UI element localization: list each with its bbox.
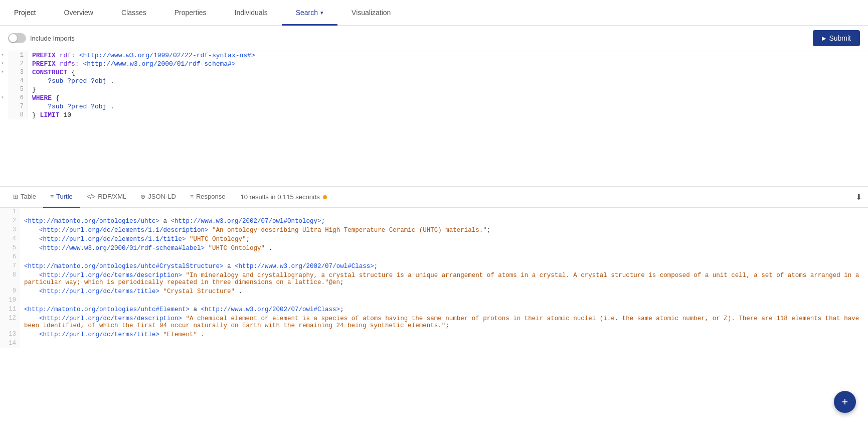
result-line-14: 14 <box>0 339 868 348</box>
nav-individuals[interactable]: Individuals <box>221 0 282 26</box>
code-line-4: 4 ?sub ?pred ?obj . <box>0 77 868 85</box>
result-line-3: 3 <http://purl.org/dc/elements/1.1/descr… <box>0 226 868 235</box>
code-lines: ▾ 1 PREFIX rdf: <http://www.w3.org/1999/… <box>0 51 868 119</box>
code-line-2: ▾ 2 PREFIX rdfs: <http://www.w3.org/2000… <box>0 60 868 68</box>
rdfxml-icon: </> <box>87 193 95 200</box>
nav-project[interactable]: Project <box>0 0 50 26</box>
result-lines: 1 2 <http://matonto.org/ontologies/uhtc>… <box>0 208 868 348</box>
nav-search[interactable]: Search ▾ <box>282 0 337 26</box>
result-line-13: 13 <http://purl.org/dc/terms/title> "Ele… <box>0 330 868 339</box>
turtle-icon: ≡ <box>50 193 54 200</box>
tab-rdfxml[interactable]: </> RDF/XML <box>80 187 133 208</box>
result-line-4: 4 <http://purl.org/dc/elements/1.1/title… <box>0 235 868 244</box>
table-icon: ⊞ <box>13 193 18 200</box>
tab-jsonld[interactable]: ⊕ JSON-LD <box>133 187 183 208</box>
result-line-6: 6 <box>0 253 868 262</box>
result-line-11: 11 <http://matonto.org/ontologies/uhtc#E… <box>0 305 868 314</box>
play-icon: ▶ <box>822 35 826 42</box>
toggle-knob <box>9 34 17 42</box>
result-line-2: 2 <http://matonto.org/ontologies/uhtc> a… <box>0 217 868 226</box>
expand-1[interactable]: ▾ <box>0 51 8 60</box>
response-icon: ≡ <box>190 193 194 200</box>
status-dot <box>323 195 327 199</box>
result-line-8: 8 <http://purl.org/dc/terms/description>… <box>0 271 868 287</box>
code-line-3: ▾ 3 CONSTRUCT { <box>0 68 868 77</box>
code-line-6: ▾ 6 WHERE { <box>0 94 868 102</box>
chevron-down-icon: ▾ <box>320 10 323 16</box>
result-line-9: 9 <http://purl.org/dc/terms/title> "Crys… <box>0 287 868 296</box>
code-line-8: 8 } LIMIT 10 <box>0 111 868 119</box>
tab-turtle[interactable]: ≡ Turtle <box>43 187 80 208</box>
include-imports-label: Include Imports <box>30 35 75 42</box>
result-line-7: 7 <http://matonto.org/ontologies/uhtc#Cr… <box>0 262 868 271</box>
nav-classes[interactable]: Classes <box>107 0 160 26</box>
results-info: 10 results in 0.115 seconds <box>240 193 326 201</box>
expand-3[interactable]: ▾ <box>0 68 8 77</box>
result-line-12: 12 <http://purl.org/dc/terms/description… <box>0 314 868 330</box>
jsonld-icon: ⊕ <box>140 193 145 200</box>
results-section: ⊞ Table ≡ Turtle </> RDF/XML ⊕ JSON-LD ≡… <box>0 187 868 425</box>
nav-properties[interactable]: Properties <box>160 0 221 26</box>
results-area[interactable]: 1 2 <http://matonto.org/ontologies/uhtc>… <box>0 208 868 425</box>
result-line-5: 5 <http://www.w3.org/2000/01/rdf-schema#… <box>0 244 868 253</box>
result-line-1: 1 <box>0 208 868 217</box>
nav-overview[interactable]: Overview <box>50 0 107 26</box>
plus-icon: + <box>842 395 848 408</box>
code-line-5: 5 } <box>0 85 868 94</box>
results-tabs: ⊞ Table ≡ Turtle </> RDF/XML ⊕ JSON-LD ≡… <box>0 187 868 208</box>
code-line-7: 7 ?sub ?pred ?obj . <box>0 102 868 111</box>
sparql-editor[interactable]: ▾ 1 PREFIX rdf: <http://www.w3.org/1999/… <box>0 51 868 187</box>
tab-table[interactable]: ⊞ Table <box>6 187 43 208</box>
include-imports-toggle[interactable] <box>8 33 26 43</box>
include-imports-toggle-wrapper: Include Imports <box>8 33 75 43</box>
download-icon[interactable]: ⬇ <box>855 192 862 202</box>
code-line-1: ▾ 1 PREFIX rdf: <http://www.w3.org/1999/… <box>0 51 868 60</box>
tab-response[interactable]: ≡ Response <box>183 187 233 208</box>
nav-visualization[interactable]: Visualization <box>337 0 405 26</box>
result-line-10: 10 <box>0 296 868 305</box>
submit-button[interactable]: ▶ Submit <box>813 30 860 46</box>
expand-2[interactable]: ▾ <box>0 60 8 68</box>
fab-add-button[interactable]: + <box>834 391 856 413</box>
editor-toolbar: Include Imports ▶ Submit <box>0 26 868 51</box>
top-navigation: Project Overview Classes Properties Indi… <box>0 0 868 26</box>
expand-6[interactable]: ▾ <box>0 94 8 102</box>
